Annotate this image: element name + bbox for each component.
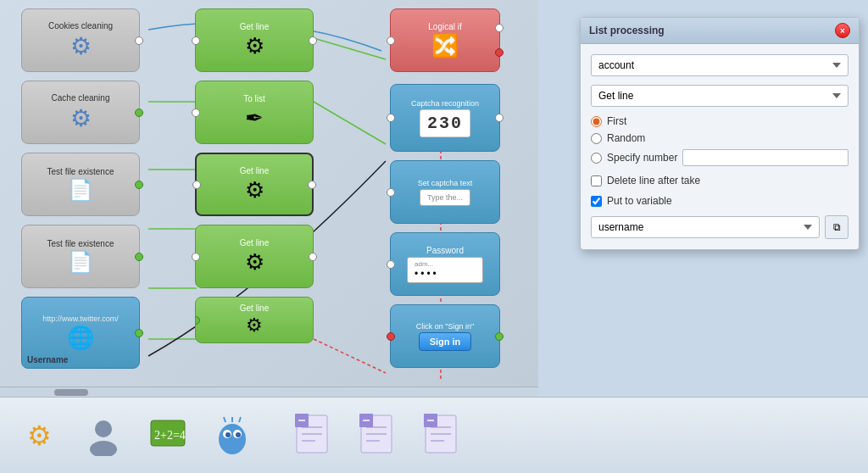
account-select-wrapper: account [591,54,849,76]
taskbar-monster[interactable] [207,407,258,465]
specify-number-input[interactable] [682,149,849,166]
put-variable-label: Put to variable [607,195,672,207]
node-tolist-input [192,109,200,117]
node-getline2-label: Get line [240,166,269,175]
radio-group: First Random Specify number [591,115,849,166]
radio-random[interactable]: Random [591,132,849,144]
radio-specify[interactable]: Specify number [591,149,849,166]
column-1: Cookies cleaning ⚙ Cache cleaning ⚙ Test… [21,8,140,369]
canvas-scrollbar[interactable] [0,387,538,397]
node-captcha-display: 230 [420,109,470,137]
node-getline2-icon: ⚙ [245,177,264,203]
taskbar-doc1-icon [293,415,334,456]
list-processing-panel: List processing × account Get line First… [580,17,860,250]
delete-line-checkbox[interactable] [591,175,602,186]
taskbar-math-icon: 2+2=4 [147,415,188,456]
taskbar-doc3[interactable] [417,407,468,465]
node-getline3-input [192,253,200,261]
svg-point-7 [225,432,231,437]
svg-point-4 [219,424,246,454]
node-testfile1[interactable]: Test file existence 📄 [21,153,140,216]
node-logical-input [387,36,395,45]
node-cache-cleaning[interactable]: Cache cleaning ⚙ [21,81,140,144]
node-cookies-label: Cookies cleaning [48,21,113,31]
copy-icon: ⧉ [833,221,841,233]
panel-title: List processing [589,25,665,36]
node-logical-if[interactable]: Logical if 🔀 [390,8,500,72]
node-password[interactable]: Password adm... •••• [390,232,500,296]
node-twitter-output [135,329,143,337]
node-twitter-label: http://www.twitter.com/ [42,314,119,323]
taskbar: ⚙ 2+2=4 [0,397,868,473]
variable-select[interactable]: username [591,216,820,238]
node-testfile2[interactable]: Test file existence 📄 [21,225,140,288]
radio-random-input[interactable] [591,133,602,144]
taskbar-doc2[interactable] [353,407,403,465]
svg-point-8 [236,432,241,437]
radio-first[interactable]: First [591,115,849,127]
copy-variable-button[interactable]: ⧉ [825,215,849,239]
put-variable-checkbox[interactable] [591,196,602,207]
taskbar-math[interactable]: 2+2=4 [142,407,193,465]
radio-random-label: Random [607,132,645,144]
node-getline1[interactable]: Get line ⚙ [195,8,314,72]
node-twitter[interactable]: http://www.twitter.com/ 🌐 Username [21,297,140,369]
node-logical-label: Logical if [428,22,461,31]
node-getline4-label: Get line [240,303,269,313]
node-twitter-sublabel: Username [27,355,68,364]
node-twitter-icon: 🌐 [67,325,94,351]
node-setcaptcha-input [387,188,395,197]
column-2: Get line ⚙ To list ✒ Get line ⚙ Get line… [195,8,314,343]
node-cookies-icon: ⚙ [70,32,92,60]
node-getline2[interactable]: Get line ⚙ [195,153,314,216]
node-getline2-input [192,181,201,189]
node-getline1-label: Get line [240,22,269,31]
node-logical-icon: 🔀 [431,33,459,59]
node-signin-button[interactable]: Sign in [419,332,472,351]
node-signin[interactable]: Click on "Sign in" Sign in [390,304,500,368]
delete-line-checkbox-label[interactable]: Delete line after take [591,175,849,186]
node-getline3[interactable]: Get line ⚙ [195,225,314,288]
node-getline3-icon: ⚙ [245,249,264,275]
node-testfile2-output [135,253,143,261]
node-tolist-icon: ✒ [245,105,264,131]
getline-select[interactable]: Get line [591,85,849,107]
taskbar-settings[interactable]: ⚙ [14,407,64,465]
getline-select-wrapper: Get line [591,85,849,107]
radio-specify-label: Specify number [607,152,677,164]
node-getline4-input [195,316,200,325]
node-cache-output [135,109,143,117]
node-tolist-label: To list [243,94,265,103]
radio-first-label: First [607,115,626,127]
node-cookies-cleaning[interactable]: Cookies cleaning ⚙ [21,8,140,72]
node-getline1-input [192,36,200,45]
node-getline4-icon: ⚙ [246,314,263,337]
node-signin-output-right [495,332,504,341]
node-logical-output-red [495,48,504,57]
node-password-label: Password [426,246,464,255]
node-captcha[interactable]: Captcha recognition 230 [390,84,500,152]
scrollbar-thumb[interactable] [54,389,88,396]
node-testfile2-label: Test file existence [47,239,114,248]
variable-row: username ⧉ [591,215,849,239]
node-testfile2-icon: 📄 [68,250,93,274]
node-getline4[interactable]: Get line ⚙ [195,297,314,343]
node-password-preview: adm... •••• [407,257,483,283]
node-setcaptcha-label: Set captcha text [418,179,473,187]
svg-point-1 [90,441,117,456]
taskbar-user[interactable] [78,407,129,465]
put-variable-checkbox-label[interactable]: Put to variable [591,195,849,207]
node-captcha-output [495,114,504,122]
delete-line-label: Delete line after take [607,175,700,186]
taskbar-doc1[interactable] [288,407,339,465]
radio-specify-input[interactable] [591,153,602,164]
account-select[interactable]: account [591,54,849,76]
node-captcha-input [387,114,395,122]
node-testfile1-label: Test file existence [47,167,114,176]
node-signin-input-left [387,332,395,341]
radio-first-input[interactable] [591,116,602,127]
node-set-captcha[interactable]: Set captcha text Type the... [390,160,500,224]
node-password-input [387,260,395,269]
node-tolist[interactable]: To list ✒ [195,81,314,144]
panel-close-button[interactable]: × [835,23,850,38]
